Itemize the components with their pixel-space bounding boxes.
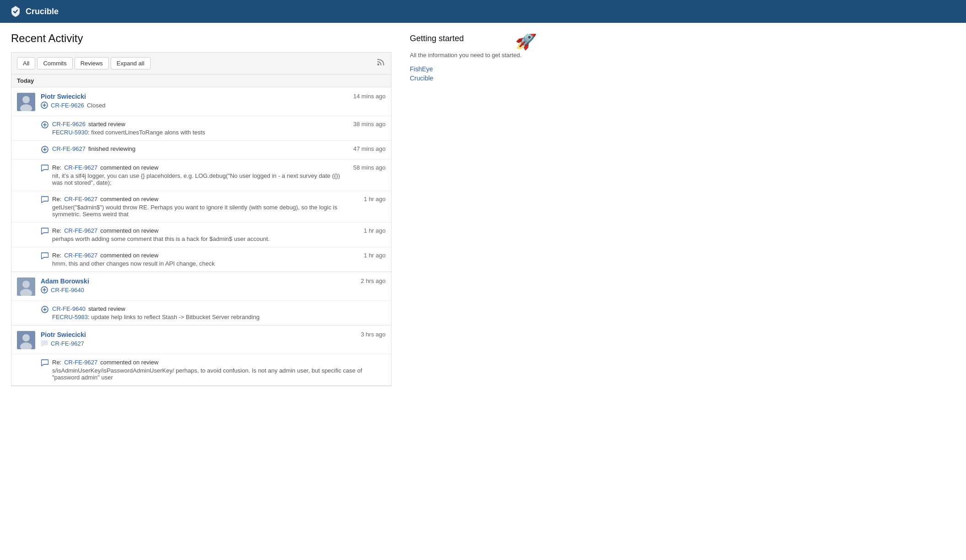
- activity-body-text: hmm, this and other changes now result i…: [52, 260, 360, 267]
- comment-icon: [41, 228, 48, 236]
- filter-all-button[interactable]: All: [17, 57, 35, 69]
- activity-item: CR-FE-9627finished reviewing47 mins ago: [11, 141, 391, 160]
- activity-time: 1 hr ago: [364, 196, 386, 203]
- activity-title: Re:CR-FE-9627commented on review: [52, 196, 360, 203]
- user-name-link[interactable]: Adam Borowski: [41, 277, 89, 285]
- activity-action: commented on review: [100, 196, 158, 203]
- filter-reviews-button[interactable]: Reviews: [75, 57, 109, 69]
- activity-groups: Piotr SwiecickiCR-FE-9626Closed14 mins a…: [11, 87, 391, 386]
- review-icon: [41, 286, 48, 293]
- sidebar-link-fisheye[interactable]: FishEye: [410, 65, 538, 73]
- activity-review-link[interactable]: CR-FE-9627: [64, 196, 97, 203]
- comment-icon: [41, 359, 48, 368]
- user-group: Piotr SwiecickiCR-FE-96273 hrs agoRe:CR-…: [11, 325, 391, 386]
- sidebar-description: All the information you need to get star…: [410, 51, 538, 60]
- activity-time: 1 hr ago: [364, 227, 386, 234]
- activity-action: commented on review: [100, 164, 158, 171]
- activity-action: started review: [88, 305, 125, 312]
- review-link[interactable]: CR-FE-9640: [51, 287, 84, 293]
- review-icon: [41, 306, 48, 315]
- commit-line: FECRU-5930: fixed convertLinesToRange al…: [52, 129, 349, 136]
- activity-review-link[interactable]: CR-FE-9627: [52, 145, 86, 152]
- sidebar-links: FishEyeCrucible: [410, 65, 538, 82]
- main-container: Recent Activity All Commits Reviews Expa…: [0, 23, 549, 395]
- activity-item: CR-FE-9640started reviewFECRU-5983: upda…: [11, 301, 391, 325]
- activity-item: CR-FE-9626started reviewFECRU-5930: fixe…: [11, 116, 391, 141]
- commit-link[interactable]: FECRU-5930: [52, 129, 88, 136]
- user-row: Adam BorowskiCR-FE-96402 hrs ago: [11, 272, 391, 301]
- activity-review-link[interactable]: CR-FE-9640: [52, 305, 86, 312]
- commit-link[interactable]: FECRU-5983: [52, 314, 88, 320]
- svg-rect-0: [377, 64, 379, 65]
- activity-item: Re:CR-FE-9627commented on reviewgetUser(…: [11, 191, 391, 223]
- activity-action: commented on review: [100, 252, 158, 259]
- time-ago: 14 mins ago: [353, 93, 386, 100]
- logo-text: Crucible: [26, 7, 59, 16]
- activity-content: Re:CR-FE-9627commented on reviewgetUser(…: [52, 196, 360, 218]
- activity-action: commented on review: [100, 359, 158, 366]
- activity-item: Re:CR-FE-9627commented on reviewhmm, thi…: [11, 247, 391, 272]
- comment-icon: [41, 165, 48, 173]
- review-icon: [41, 101, 48, 109]
- review-link[interactable]: CR-FE-9626: [51, 102, 84, 109]
- activity-list: Today Piotr SwiecickiCR-FE-9626Closed14 …: [11, 74, 392, 386]
- activity-prefix: Re:: [52, 227, 61, 234]
- rss-icon[interactable]: [377, 58, 386, 69]
- activity-time: 47 mins ago: [353, 145, 386, 152]
- time-ago: 2 hrs ago: [361, 277, 386, 284]
- activity-content: Re:CR-FE-9627commented on reviewhmm, thi…: [52, 252, 360, 267]
- activity-review-link[interactable]: CR-FE-9627: [64, 359, 97, 366]
- activity-review-link[interactable]: CR-FE-9626: [52, 121, 86, 128]
- activity-content: CR-FE-9627finished reviewing: [52, 145, 349, 154]
- activity-review-link[interactable]: CR-FE-9627: [64, 227, 97, 234]
- time-ago: 3 hrs ago: [361, 331, 386, 338]
- activity-action: started review: [88, 121, 125, 128]
- review-status: Closed: [87, 102, 105, 109]
- review-link[interactable]: CR-FE-9627: [51, 340, 84, 347]
- sidebar: 🚀 Getting started All the information yo…: [410, 32, 538, 386]
- review-ref: CR-FE-9626Closed: [41, 101, 348, 109]
- commit-line: FECRU-5983: update help links to reflect…: [52, 314, 386, 320]
- activity-body-text: getUser("$admin$") would throw RE. Perha…: [52, 204, 360, 218]
- activity-content: Re:CR-FE-9627commented on reviewperhaps …: [52, 227, 360, 242]
- rocket-icon: 🚀: [515, 34, 538, 51]
- activity-review-link[interactable]: CR-FE-9627: [64, 252, 97, 259]
- svg-point-2: [22, 96, 30, 103]
- activity-item: Re:CR-FE-9627commented on reviews/isAdmi…: [11, 354, 391, 385]
- user-info: Adam BorowskiCR-FE-9640: [41, 277, 355, 293]
- commit-description: update help links to reflect Stash -> Bi…: [91, 314, 259, 320]
- activity-review-link[interactable]: CR-FE-9627: [64, 164, 97, 171]
- user-name-link[interactable]: Piotr Swiecicki: [41, 331, 86, 338]
- filter-expand-button[interactable]: Expand all: [111, 57, 150, 69]
- logo[interactable]: Crucible: [9, 5, 59, 18]
- user-name-link[interactable]: Piotr Swiecicki: [41, 93, 86, 100]
- activity-prefix: Re:: [52, 164, 61, 171]
- activity-action: finished reviewing: [88, 145, 135, 152]
- section-today: Today: [11, 75, 391, 87]
- comment-icon: [41, 252, 48, 261]
- activity-prefix: Re:: [52, 359, 61, 366]
- sidebar-link-crucible[interactable]: Crucible: [410, 75, 538, 82]
- activity-title: Re:CR-FE-9627commented on review: [52, 252, 360, 259]
- commit-description: fixed convertLinesToRange alons with tes…: [91, 129, 205, 136]
- activity-body-text: nit, it's a slf4j logger, you can use {}…: [52, 172, 349, 186]
- filter-commits-button[interactable]: Commits: [37, 57, 72, 69]
- user-group: Piotr SwiecickiCR-FE-9626Closed14 mins a…: [11, 87, 391, 272]
- comment-icon: [41, 196, 48, 204]
- svg-point-23: [22, 334, 30, 341]
- activity-body-text: perhaps worth adding some comment that t…: [52, 235, 360, 242]
- activity-body-text: s/isAdminUserKey/isPasswordAdminUserKey/…: [52, 367, 386, 381]
- activity-title: Re:CR-FE-9627commented on review: [52, 227, 360, 234]
- user-info: Piotr SwiecickiCR-FE-9626Closed: [41, 93, 348, 109]
- activity-title: Re:CR-FE-9627commented on review: [52, 359, 386, 366]
- activity-time: 38 mins ago: [353, 121, 386, 128]
- avatar: [17, 331, 35, 349]
- activity-content: CR-FE-9640started reviewFECRU-5983: upda…: [52, 305, 386, 320]
- user-group: Adam BorowskiCR-FE-96402 hrs agoCR-FE-96…: [11, 272, 391, 325]
- content-area: Recent Activity All Commits Reviews Expa…: [11, 32, 392, 386]
- user-info: Piotr SwiecickiCR-FE-9627: [41, 331, 355, 347]
- activity-title: CR-FE-9640started review: [52, 305, 386, 312]
- avatar: [17, 93, 35, 111]
- avatar: [17, 277, 35, 296]
- activity-item: Re:CR-FE-9627commented on reviewnit, it'…: [11, 160, 391, 191]
